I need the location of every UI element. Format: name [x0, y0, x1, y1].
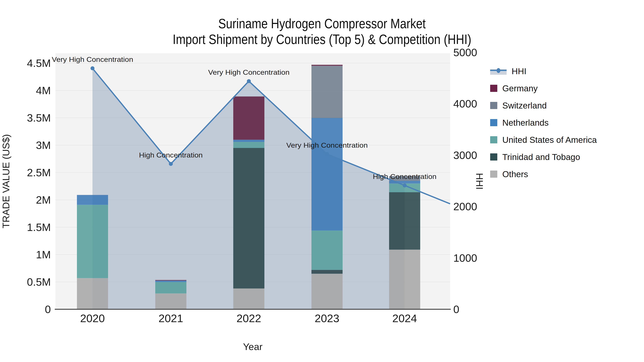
- hhi-marker-2021[interactable]: [169, 162, 173, 166]
- y-left-tick: 0: [45, 303, 51, 315]
- bar-2020-netherlands[interactable]: [77, 195, 108, 205]
- y-right-tick: 1000: [453, 252, 477, 264]
- hhi-marker-2023[interactable]: [325, 152, 329, 156]
- x-axis-title: Year: [243, 341, 262, 352]
- legend-label: Netherlands: [502, 118, 549, 128]
- y-right-tick: 0: [453, 303, 459, 315]
- y-right-tick: 3000: [453, 149, 477, 161]
- legend-item-united-states-of-america[interactable]: United States of America: [490, 131, 597, 148]
- bar-2023-trinidad-and-tobago[interactable]: [312, 270, 342, 274]
- x-tick-2022: 2022: [236, 312, 261, 325]
- bar-2021-germany[interactable]: [155, 280, 186, 281]
- bar-2021-netherlands[interactable]: [155, 281, 186, 282]
- bar-2020-others[interactable]: [77, 278, 108, 309]
- legend-item-netherlands[interactable]: Netherlands: [490, 114, 597, 131]
- legend-item-others[interactable]: Others: [490, 166, 597, 183]
- y-left-tick: 0.5M: [27, 276, 51, 288]
- y-left-tick: 4.5M: [27, 57, 51, 69]
- legend-label: Others: [502, 169, 528, 179]
- bar-2021-others[interactable]: [155, 293, 186, 309]
- legend-swatch-icon: [490, 171, 497, 178]
- y-left-axis-title: TRADE VALUE (US$): [0, 134, 11, 228]
- y-right-tick: 2000: [453, 201, 477, 213]
- legend-label: HHI: [512, 66, 526, 76]
- bar-2023-switzerland[interactable]: [312, 66, 342, 118]
- bar-2022-others[interactable]: [233, 289, 264, 309]
- legend-item-trinidad-and-tobago[interactable]: Trinidad and Tobago: [490, 148, 597, 166]
- hhi-marker-2022[interactable]: [247, 79, 251, 83]
- bar-2021-united-states-of-america[interactable]: [155, 282, 186, 293]
- annotation-2021: High Concentration: [139, 151, 203, 159]
- legend-swatch-icon: [490, 153, 497, 161]
- legend-label: United States of America: [502, 135, 597, 145]
- y-left-tick: 2.5M: [27, 167, 51, 179]
- y-left-tick: 1M: [36, 249, 51, 261]
- bar-2022-united-states-of-america[interactable]: [233, 142, 264, 148]
- x-tick-2021: 2021: [158, 312, 183, 325]
- legend-item-hhi[interactable]: HHI: [490, 62, 597, 80]
- hhi-marker-2024[interactable]: [403, 183, 406, 187]
- bar-2022-trinidad-and-tobago[interactable]: [233, 148, 264, 288]
- annotation-2024: High Concentration: [373, 173, 436, 180]
- figure: Suriname Hydrogen Compressor Market Impo…: [0, 0, 644, 362]
- hhi-marker-2020[interactable]: [90, 66, 94, 70]
- y-left-tick: 1.5M: [27, 221, 51, 233]
- legend-label: Germany: [502, 83, 538, 93]
- x-tick-2023: 2023: [315, 312, 339, 325]
- bar-2023-united-states-of-america[interactable]: [312, 230, 342, 270]
- y-left-tick: 2M: [36, 194, 51, 206]
- legend-item-germany[interactable]: Germany: [490, 80, 597, 97]
- y-left-tick: 3M: [36, 139, 51, 151]
- bar-2022-netherlands[interactable]: [233, 140, 264, 142]
- y-right-tick: 5000: [453, 46, 477, 58]
- bar-2020-united-states-of-america[interactable]: [77, 205, 108, 278]
- legend: HHIGermanySwitzerlandNetherlandsUnited S…: [490, 62, 597, 183]
- legend-item-switzerland[interactable]: Switzerland: [490, 97, 597, 114]
- x-tick-2020: 2020: [80, 312, 105, 325]
- y-right-tick: 4000: [453, 98, 477, 110]
- legend-label: Trinidad and Tobago: [502, 152, 580, 162]
- y-left-tick: 3.5M: [27, 112, 51, 124]
- legend-label: Switzerland: [502, 101, 547, 110]
- y-left-tick: 4M: [36, 84, 51, 96]
- annotation-2022: Very High Concentration: [208, 69, 290, 76]
- bar-2024-trinidad-and-tobago[interactable]: [389, 192, 420, 250]
- bar-2022-germany[interactable]: [233, 96, 264, 140]
- legend-swatch-icon: [490, 102, 497, 109]
- bar-2023-netherlands[interactable]: [312, 118, 342, 230]
- legend-swatch-icon: [490, 136, 497, 143]
- legend-swatch-icon: [490, 119, 497, 126]
- annotation-2020: Very High Concentration: [52, 56, 133, 63]
- bar-2024-others[interactable]: [389, 250, 420, 309]
- y-right-axis-title: HHI: [474, 173, 485, 190]
- hhi-line-sample-icon: [490, 67, 506, 75]
- bar-2023-others[interactable]: [312, 274, 342, 309]
- legend-swatch-icon: [490, 85, 497, 92]
- annotation-2023: Very High Concentration: [286, 142, 368, 149]
- bar-2023-germany[interactable]: [312, 65, 342, 66]
- x-tick-2024: 2024: [392, 312, 417, 325]
